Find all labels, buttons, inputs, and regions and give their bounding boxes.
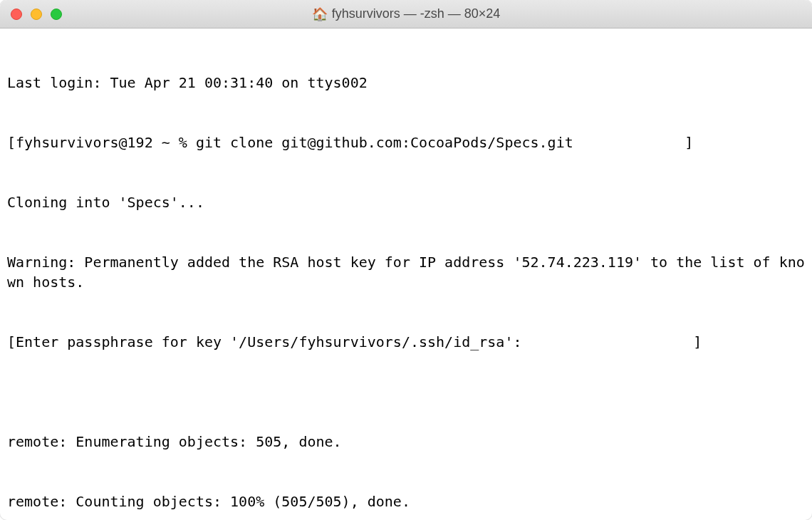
titlebar[interactable]: 🏠 fyhsurvivors — -zsh — 80×24: [0, 0, 812, 28]
close-button[interactable]: [11, 9, 22, 20]
terminal-window: 🏠 fyhsurvivors — -zsh — 80×24 Last login…: [0, 0, 812, 520]
traffic-lights: [0, 9, 62, 20]
minimize-button[interactable]: [31, 9, 42, 20]
terminal-line: Warning: Permanently added the RSA host …: [7, 252, 805, 292]
terminal-line: remote: Counting objects: 100% (505/505)…: [7, 492, 805, 511]
terminal-output[interactable]: Last login: Tue Apr 21 00:31:40 on ttys0…: [0, 28, 812, 520]
window-title-text: fyhsurvivors — -zsh — 80×24: [332, 6, 501, 21]
window-title: 🏠 fyhsurvivors — -zsh — 80×24: [0, 6, 812, 22]
terminal-line: [Enter passphrase for key '/Users/fyhsur…: [7, 332, 805, 352]
terminal-line: Cloning into 'Specs'...: [7, 192, 805, 212]
maximize-button[interactable]: [51, 9, 62, 20]
terminal-line: Last login: Tue Apr 21 00:31:40 on ttys0…: [7, 73, 805, 93]
terminal-line: [fyhsurvivors@192 ~ % git clone git@gith…: [7, 132, 805, 152]
home-icon: 🏠: [312, 6, 328, 22]
terminal-line: remote: Enumerating objects: 505, done.: [7, 432, 805, 452]
